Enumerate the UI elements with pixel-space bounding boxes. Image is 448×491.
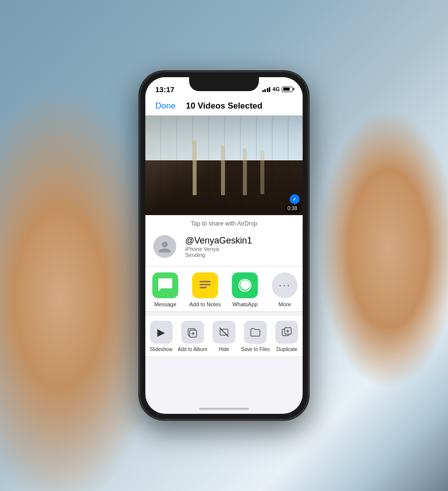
phone-frame: 13:17 4G Done 10 Videos Selected <box>139 71 309 420</box>
pillar-4 <box>260 150 264 194</box>
airdrop-section: Tap to share with AirDrop @VenyaGeskin1 … <box>145 215 303 266</box>
whatsapp-logo-icon <box>237 277 253 293</box>
hide-label: Hide <box>219 347 229 352</box>
svg-rect-3 <box>200 287 207 288</box>
battery-fill <box>283 88 290 91</box>
status-icons: 4G <box>262 86 293 92</box>
svg-rect-2 <box>200 284 211 285</box>
save-files-icon <box>244 321 267 344</box>
duplicate-svg <box>281 327 292 338</box>
action-add-album[interactable]: Add to Album <box>177 321 208 352</box>
done-button[interactable]: Done <box>155 101 176 111</box>
airdrop-device-row: @VenyaGeskin1 iPhone Venya Sending <box>153 232 295 261</box>
nav-bar: Done 10 Videos Selected <box>145 97 303 116</box>
video-duration: 0:38 <box>285 205 300 212</box>
notes-app-icon <box>198 278 213 293</box>
app-more[interactable]: ··· More <box>265 272 303 307</box>
signal-type: 4G <box>272 86 280 92</box>
status-time: 13:17 <box>155 85 174 94</box>
app-whatsapp[interactable]: WhatsApp <box>225 272 265 307</box>
signal-bar-4 <box>269 87 270 92</box>
action-slideshow[interactable]: ▶ Slideshow <box>145 321 177 352</box>
add-album-svg <box>187 327 198 338</box>
pillar-2 <box>221 145 225 195</box>
action-save-files[interactable]: Save to Files <box>240 321 271 352</box>
battery-icon <box>282 87 293 92</box>
home-indicator <box>199 408 249 410</box>
message-label: Message <box>154 301 177 307</box>
airdrop-status: Sending <box>185 252 205 258</box>
more-label: More <box>278 301 291 307</box>
hide-icon <box>213 321 235 344</box>
selection-check: ✓ <box>290 194 300 204</box>
whatsapp-icon <box>232 272 258 298</box>
airdrop-device-name: iPhone Venya <box>185 246 219 252</box>
airdrop-avatar <box>153 235 176 258</box>
airdrop-username: @VenyaGeskin1 <box>185 236 252 246</box>
person-icon <box>158 240 172 253</box>
svg-point-0 <box>162 242 168 247</box>
message-icon <box>152 272 178 298</box>
signal-bar-1 <box>262 90 264 92</box>
nav-title: 10 Videos Selected <box>186 101 262 111</box>
notes-label: Add to Notes <box>189 301 221 307</box>
save-files-svg <box>250 327 261 338</box>
whatsapp-label: WhatsApp <box>232 301 258 307</box>
more-icon: ··· <box>272 272 298 298</box>
action-row: ▶ Slideshow Add to Album <box>145 316 303 356</box>
notes-icon <box>192 272 218 298</box>
message-bubble-icon <box>157 278 173 292</box>
duplicate-label: Duplicate <box>277 347 298 352</box>
share-sheet: Tap to share with AirDrop @VenyaGeskin1 … <box>145 215 303 356</box>
app-notes[interactable]: Add to Notes <box>185 272 225 307</box>
pillar-1 <box>193 140 197 195</box>
app-message[interactable]: Message <box>145 272 185 307</box>
notch <box>189 77 259 91</box>
slideshow-label: Slideshow <box>150 347 173 352</box>
action-hide[interactable]: Hide <box>208 321 239 352</box>
hide-svg <box>219 327 229 338</box>
svg-rect-1 <box>200 281 211 282</box>
slideshow-icon: ▶ <box>150 321 173 344</box>
signal-bars <box>262 86 271 92</box>
duplicate-icon <box>275 321 298 344</box>
airdrop-hint: Tap to share with AirDrop <box>153 220 295 227</box>
signal-bar-3 <box>267 88 268 92</box>
save-files-label: Save to Files <box>241 347 270 352</box>
add-album-label: Add to Album <box>178 347 207 352</box>
add-album-icon <box>181 321 204 344</box>
pillar-3 <box>243 148 247 195</box>
photo-area: ✓ 0:38 <box>145 116 303 215</box>
airdrop-info: @VenyaGeskin1 iPhone Venya Sending <box>185 236 252 258</box>
phone-screen: 13:17 4G Done 10 Videos Selected <box>145 77 303 414</box>
app-share-row: Message Add to Notes <box>145 266 303 312</box>
action-duplicate[interactable]: Duplicate <box>271 321 303 352</box>
signal-bar-2 <box>264 89 266 92</box>
